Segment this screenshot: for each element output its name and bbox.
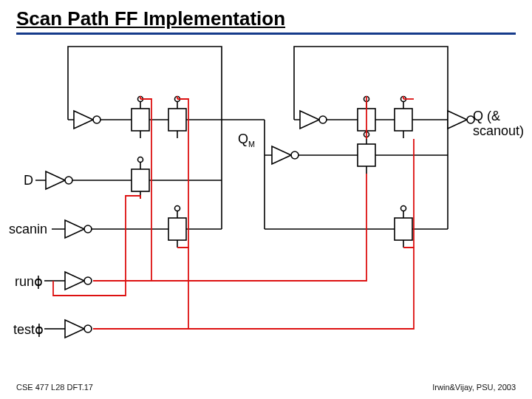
pass-transistor [168, 97, 186, 139]
pass-transistor [168, 206, 186, 248]
inverter [65, 272, 92, 290]
inverter [46, 171, 72, 189]
inverter [74, 111, 100, 129]
inverter [65, 320, 92, 338]
pass-transistor [395, 97, 412, 139]
pass-transistor [132, 97, 149, 139]
slide: Scan Path FF Implementation QM Q (& scan… [0, 0, 532, 399]
pass-transistor [395, 206, 412, 248]
master-black-wires [35, 47, 265, 229]
inverter [65, 220, 92, 238]
inverter [300, 111, 327, 129]
inverter [448, 111, 474, 129]
schematic-diagram [0, 0, 532, 399]
pass-transistor [132, 157, 149, 200]
inverter [272, 146, 299, 164]
